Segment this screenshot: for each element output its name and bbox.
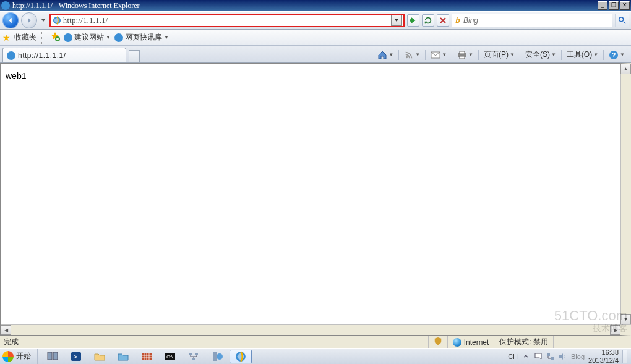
print-button[interactable]: ▼	[457, 50, 473, 60]
new-tab-button[interactable]	[129, 50, 140, 62]
svg-rect-20	[192, 358, 195, 360]
back-button[interactable]	[2, 12, 19, 28]
window-titlebar: http://1.1.1.1/ - Windows Internet Explo…	[0, 0, 631, 11]
minimize-button[interactable]: _	[598, 1, 607, 10]
tools-menu-label: 工具(O)	[567, 49, 592, 60]
tray-volume-icon[interactable]	[559, 352, 567, 361]
ql-libraries[interactable]	[112, 350, 134, 363]
start-label: 开始	[16, 351, 31, 362]
ql-powershell[interactable]: >_	[65, 350, 87, 363]
status-popup-blocked[interactable]	[428, 336, 447, 348]
address-input[interactable]	[63, 16, 391, 25]
page-text: web1	[6, 71, 26, 81]
fav-link-label: 建议网站	[74, 32, 104, 43]
fav-link-webslice[interactable]: 网页快讯库 ▼	[114, 32, 169, 43]
svg-rect-12	[53, 352, 58, 360]
quick-launch: >_ C:\	[38, 349, 255, 364]
ql-network[interactable]	[182, 350, 205, 363]
svg-rect-1	[410, 19, 413, 22]
ie-icon	[114, 33, 123, 42]
tray-network-icon[interactable]	[546, 352, 555, 361]
ie-icon	[1, 1, 10, 10]
tray-action-center-icon[interactable]	[534, 352, 543, 361]
tab-title: http://1.1.1.1/	[18, 51, 66, 60]
favorites-add-icon[interactable]	[50, 32, 60, 43]
print-icon	[457, 50, 467, 60]
scroll-up-button[interactable]: ▲	[620, 64, 631, 74]
ql-firewall[interactable]	[135, 350, 158, 363]
svg-rect-11	[48, 352, 52, 360]
ql-ie-active[interactable]	[230, 350, 252, 363]
status-bar: 完成 Internet 保护模式: 禁用	[0, 336, 631, 348]
home-icon	[377, 50, 387, 60]
chevron-down-icon: ▼	[106, 35, 111, 40]
ql-server-manager[interactable]	[41, 350, 64, 363]
tray-extra-text: Blog	[571, 353, 585, 360]
status-text: 完成	[4, 337, 19, 347]
taskbar: 开始 >_ C:\ CH Blog 16:38 2013/12/4	[0, 348, 631, 364]
content-viewport: web1 ▲ ▼ ◀ ▶	[0, 63, 631, 336]
favorites-star-icon[interactable]: ★	[2, 33, 11, 43]
windows-logo-icon	[2, 351, 14, 362]
favorites-label[interactable]: 收藏夹	[14, 32, 36, 43]
status-spare	[553, 336, 627, 348]
scroll-left-button[interactable]: ◀	[1, 325, 11, 335]
protected-mode-label: 保护模式: 禁用	[499, 337, 548, 347]
search-input[interactable]	[463, 16, 612, 25]
shield-icon	[434, 337, 442, 347]
svg-point-22	[217, 353, 223, 360]
safety-menu[interactable]: 安全(S)▼	[525, 49, 556, 60]
feeds-button[interactable]: ▼	[404, 50, 420, 60]
command-bar: ▼ ▼ ▼ ▼ 页面(P)▼ 安全(S)▼ 工具(O	[377, 49, 629, 62]
tray-date[interactable]: 2013/12/4	[588, 357, 619, 364]
svg-point-2	[619, 17, 623, 22]
ql-iis[interactable]	[206, 350, 228, 363]
svg-rect-8	[460, 56, 465, 59]
address-dropdown[interactable]	[391, 15, 402, 26]
search-bar: b	[452, 14, 612, 27]
tab-active[interactable]: http://1.1.1.1/	[2, 48, 126, 62]
tray-time[interactable]: 16:38	[588, 349, 619, 356]
zone-label: Internet	[464, 338, 489, 347]
home-button[interactable]: ▼	[377, 50, 393, 60]
tray-customize-icon[interactable]	[522, 352, 530, 361]
forward-button[interactable]	[21, 12, 37, 28]
start-button[interactable]: 开始	[0, 349, 38, 364]
separator	[41, 32, 45, 44]
fav-link-suggest[interactable]: 建议网站 ▼	[64, 32, 111, 43]
vertical-scrollbar[interactable]	[620, 64, 631, 335]
nav-toolbar: b	[0, 11, 631, 30]
fav-link-label: 网页快讯库	[125, 32, 162, 43]
status-protected-mode: 保护模式: 禁用	[494, 336, 553, 348]
ql-cmd[interactable]: C:\	[159, 350, 181, 363]
favorites-bar: ★ 收藏夹 建议网站 ▼ 网页快讯库 ▼	[0, 30, 631, 46]
tab-strip: http://1.1.1.1/ ▼ ▼ ▼ ▼ 页面(P)▼	[0, 46, 631, 63]
svg-rect-18	[189, 353, 192, 355]
go-button[interactable]	[407, 14, 419, 27]
ql-explorer[interactable]	[88, 350, 111, 363]
svg-rect-25	[551, 357, 554, 360]
restore-button[interactable]: ❐	[609, 1, 619, 10]
scroll-down-button[interactable]: ▼	[620, 314, 631, 324]
horizontal-scrollbar[interactable]: ◀ ▶	[1, 324, 631, 335]
safety-menu-label: 安全(S)	[525, 49, 550, 60]
page-menu[interactable]: 页面(P)▼	[484, 49, 515, 60]
status-zone[interactable]: Internet	[447, 336, 494, 348]
stop-button[interactable]	[437, 14, 449, 27]
close-button[interactable]: ✕	[620, 1, 630, 10]
ime-indicator[interactable]: CH	[508, 353, 518, 360]
search-provider-icon: b	[452, 16, 463, 25]
refresh-button[interactable]	[422, 14, 434, 27]
scroll-right-button[interactable]: ▶	[610, 325, 620, 335]
svg-text:C:\: C:\	[166, 354, 173, 360]
show-desktop-button[interactable]	[622, 350, 627, 363]
ie-icon	[64, 33, 72, 42]
address-bar	[49, 14, 405, 27]
nav-history-dropdown[interactable]	[40, 18, 47, 23]
search-button[interactable]	[615, 14, 629, 27]
svg-rect-19	[195, 353, 198, 355]
globe-icon	[453, 338, 461, 347]
help-button[interactable]: ? ▼	[609, 50, 625, 60]
mail-button[interactable]: ▼	[431, 50, 447, 60]
tools-menu[interactable]: 工具(O)▼	[567, 49, 598, 60]
